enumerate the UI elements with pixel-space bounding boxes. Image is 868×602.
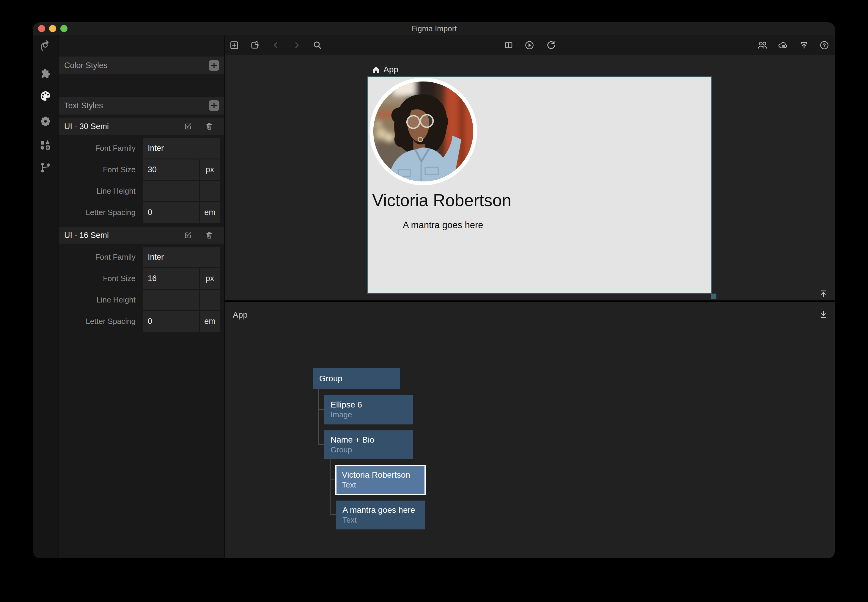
text-style-name: UI - 16 Semi [64, 227, 109, 244]
node-graph-icon[interactable] [39, 40, 52, 53]
node-title: Victoria Robertson [342, 470, 424, 480]
preview-name-text: Victoria Robertson [372, 190, 511, 210]
tree-connector [330, 459, 331, 515]
field-label: Line Height [58, 290, 136, 310]
line-height-input[interactable] [143, 181, 199, 201]
node-picker-icon[interactable] [250, 40, 260, 51]
node-subtitle: Image [331, 410, 413, 419]
components-icon[interactable] [39, 65, 52, 78]
tree-node-mantra[interactable]: A mantra goes here Text [336, 501, 425, 530]
version-control-icon[interactable] [39, 161, 52, 174]
node-subtitle: Text [342, 480, 424, 490]
letter-spacing-input[interactable]: 0 [143, 202, 199, 223]
svg-text:?: ? [823, 43, 826, 48]
tree-node-name-bio[interactable]: Name + Bio Group [324, 430, 413, 459]
field-label: Font Family [58, 138, 136, 158]
line-height-unit[interactable] [200, 290, 220, 310]
field-label: Font Size [58, 160, 136, 180]
app-window: Figma Import [33, 22, 835, 558]
text-style-group-header: UI - 16 Semi [58, 227, 224, 244]
tree-root-label: App [233, 309, 248, 321]
font-size-unit[interactable]: px [200, 268, 220, 289]
window-title: Figma Import [33, 22, 835, 35]
text-styles-title: Text Styles [64, 97, 103, 115]
edit-style-icon[interactable] [183, 230, 193, 240]
reload-icon[interactable] [545, 40, 556, 51]
styles-panel: Color Styles Text Styles UI - 30 Semi [58, 35, 224, 558]
text-styles-header: Text Styles [58, 97, 224, 115]
text-style-group-header: UI - 30 Semi [58, 118, 224, 135]
add-node-icon[interactable] [229, 40, 240, 51]
node-title: Group [319, 373, 343, 384]
split-view-icon[interactable] [503, 40, 514, 51]
app-preview-card[interactable]: Victoria Robertson A mantra goes here [367, 77, 712, 293]
avatar [369, 78, 477, 185]
letter-spacing-unit[interactable]: em [200, 311, 220, 332]
node-title: Name + Bio [331, 435, 413, 445]
home-icon[interactable] [372, 65, 381, 74]
delete-style-icon[interactable] [204, 230, 214, 240]
tree-connector [330, 514, 336, 515]
assets-import-icon[interactable] [39, 138, 52, 152]
field-label: Letter Spacing [58, 202, 136, 223]
add-color-style-button[interactable] [209, 60, 219, 71]
tree-connector [330, 479, 335, 480]
settings-icon[interactable] [39, 115, 52, 128]
preview-mantra-text: A mantra goes here [403, 219, 483, 231]
sidebar-rail [33, 35, 58, 558]
screen: Figma Import [0, 0, 868, 602]
preview-play-icon[interactable] [524, 40, 535, 51]
styles-palette-icon[interactable] [39, 89, 52, 103]
delete-style-icon[interactable] [204, 121, 214, 132]
tree-node-victoria-robertson[interactable]: Victoria Robertson Text [335, 465, 426, 495]
resize-handle[interactable] [711, 293, 716, 299]
editor-toolbar: ? [225, 35, 835, 55]
forward-icon[interactable] [291, 40, 302, 51]
line-height-unit[interactable] [200, 181, 220, 201]
color-styles-header: Color Styles [58, 57, 224, 74]
font-size-input[interactable]: 30 [143, 160, 199, 180]
publish-icon[interactable] [799, 40, 810, 51]
breadcrumb[interactable]: App [383, 64, 398, 75]
back-icon[interactable] [271, 40, 281, 51]
font-size-unit[interactable]: px [200, 160, 220, 180]
tree-node-group[interactable]: Group [313, 368, 400, 389]
cloud-sync-icon[interactable] [777, 40, 788, 51]
letter-spacing-input[interactable]: 0 [143, 311, 199, 332]
tree-node-ellipse6[interactable]: Ellipse 6 Image [324, 395, 413, 424]
node-title: Ellipse 6 [331, 400, 413, 410]
help-icon[interactable]: ? [819, 40, 830, 51]
letter-spacing-unit[interactable]: em [200, 202, 220, 223]
field-label: Font Family [58, 247, 136, 267]
tree-connector [318, 444, 324, 445]
add-text-style-button[interactable] [209, 100, 219, 111]
titlebar: Figma Import [33, 22, 835, 35]
preview-canvas[interactable]: App [225, 55, 835, 300]
node-subtitle: Text [343, 515, 425, 525]
search-icon[interactable] [312, 40, 323, 51]
line-height-input[interactable] [143, 290, 199, 310]
font-family-input[interactable]: Inter [143, 247, 220, 267]
field-label: Letter Spacing [58, 311, 136, 332]
edit-style-icon[interactable] [183, 121, 193, 132]
tree-connector [318, 409, 324, 410]
font-family-input[interactable]: Inter [143, 138, 220, 158]
text-style-name: UI - 30 Semi [64, 118, 109, 135]
collaborators-icon[interactable] [757, 40, 768, 51]
color-styles-title: Color Styles [64, 57, 108, 74]
font-size-input[interactable]: 16 [143, 268, 199, 289]
field-label: Line Height [58, 181, 136, 201]
node-tree-panel: App Group Ellipse 6 Image Name + Bio Gro… [225, 302, 835, 558]
node-title: A mantra goes here [343, 505, 425, 515]
tree-connector [318, 389, 318, 445]
collapse-up-icon[interactable] [818, 288, 829, 299]
collapse-down-icon[interactable] [818, 309, 829, 320]
node-subtitle: Group [331, 445, 413, 455]
field-label: Font Size [58, 268, 136, 289]
